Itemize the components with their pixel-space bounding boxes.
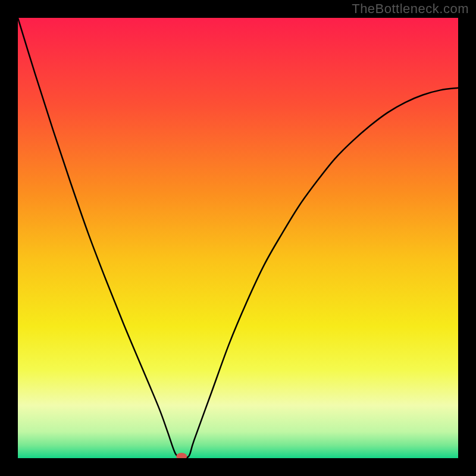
plot-area (18, 18, 458, 458)
bottleneck-chart (18, 18, 458, 458)
gradient-background (18, 18, 458, 458)
chart-frame: TheBottleneck.com (0, 0, 476, 476)
watermark-label: TheBottleneck.com (352, 1, 469, 17)
